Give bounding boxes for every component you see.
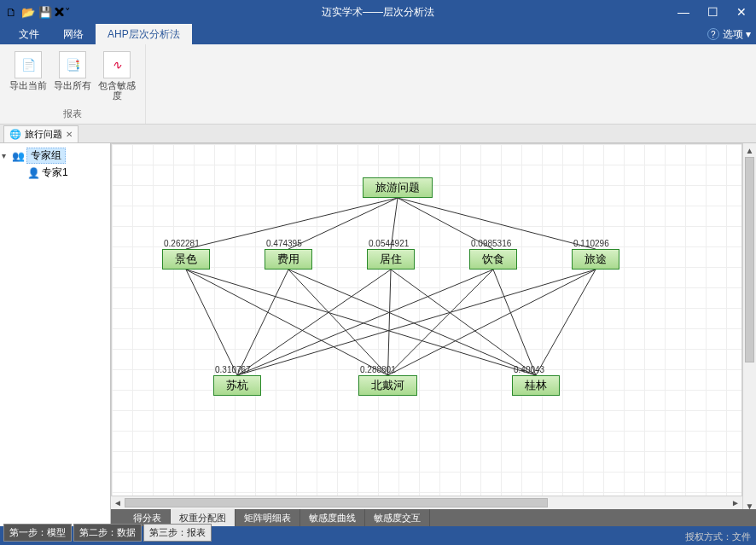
document-tab-travel[interactable]: 🌐 旅行问题 ✕: [3, 125, 79, 142]
expert-tree[interactable]: ▾ 👥 专家组 👤 专家1: [0, 143, 111, 526]
scroll-left-icon[interactable]: ◄: [111, 496, 125, 509]
svg-line-9: [288, 270, 388, 375]
sensitivity-label: 包含敏感度: [96, 80, 138, 101]
scroll-track-h[interactable]: [125, 496, 729, 509]
scroll-up-icon[interactable]: ▲: [743, 143, 756, 157]
scroll-track-v[interactable]: [743, 157, 756, 499]
svg-line-17: [237, 270, 596, 375]
svg-line-7: [186, 270, 536, 375]
svg-line-14: [237, 270, 493, 375]
svg-line-8: [237, 270, 288, 375]
node-criteria-2[interactable]: 居住: [367, 249, 415, 270]
canvas-wrap: 旅游问题 0.262281 景色 0.474395 费用 0.0544921 居…: [111, 143, 756, 526]
svg-line-11: [237, 270, 391, 375]
minimize-button[interactable]: —: [669, 0, 698, 24]
export-current-button[interactable]: 📄 导出当前: [7, 48, 49, 104]
export-all-button[interactable]: 📑 导出所有: [51, 48, 94, 104]
tab-network[interactable]: 网络: [51, 24, 96, 44]
ribbon: 📄 导出当前 📑 导出所有 ∿ 包含敏感度 报表: [0, 44, 756, 125]
canvas-content[interactable]: 旅游问题 0.262281 景色 0.474395 费用 0.0544921 居…: [111, 143, 742, 496]
tree-child-expert1[interactable]: 👤 专家1: [2, 165, 108, 181]
step-tabs: 第一步：模型 第二步：数据 第三步：报表: [3, 524, 212, 542]
weight-criteria-4: 0.110296: [573, 239, 609, 248]
step-1-model[interactable]: 第一步：模型: [3, 524, 72, 542]
step-2-data[interactable]: 第二步：数据: [73, 524, 142, 542]
tab-ahp-method[interactable]: AHP层次分析法: [96, 24, 192, 44]
options-label[interactable]: 选项 ▾: [723, 27, 751, 42]
app-title: 迈实学术——层次分析法: [322, 5, 434, 20]
node-criteria-3[interactable]: 饮食: [469, 249, 517, 270]
tab-matrix[interactable]: 矩阵明细表: [236, 509, 300, 526]
close-window-button[interactable]: ✕: [727, 0, 756, 24]
tab-sensitivity-interactive[interactable]: 敏感度交互: [365, 509, 430, 526]
weight-criteria-2: 0.0544921: [369, 239, 409, 248]
work-area: ▾ 👥 专家组 👤 专家1 旅游问题 0.262281 景色 0.474395 …: [0, 143, 756, 526]
ribbon-tabs: 文件 网络 AHP层次分析法 ? 选项 ▾: [0, 24, 756, 44]
scroll-right-icon[interactable]: ►: [729, 496, 742, 509]
export-all-label: 导出所有: [54, 80, 91, 90]
tree-root-expert-group[interactable]: ▾ 👥 专家组: [2, 147, 108, 165]
ribbon-group-label: 报表: [7, 107, 138, 120]
window-buttons: — ☐ ✕: [669, 0, 756, 24]
scroll-thumb-h[interactable]: [125, 498, 548, 507]
doc-tab-label: 旅行问题: [25, 128, 62, 141]
step-3-report[interactable]: 第三步：报表: [143, 524, 212, 542]
tab-file[interactable]: 文件: [7, 24, 51, 44]
help-icon[interactable]: ?: [707, 28, 719, 40]
vertical-scrollbar[interactable]: ▲ ▼: [742, 143, 756, 513]
include-sensitivity-button[interactable]: ∿ 包含敏感度: [96, 48, 138, 104]
tree-twisty-icon[interactable]: ▾: [2, 151, 10, 160]
svg-line-6: [186, 270, 388, 375]
svg-line-18: [388, 270, 596, 375]
tree-root-label: 专家组: [26, 148, 66, 164]
node-criteria-1[interactable]: 费用: [265, 249, 312, 270]
options-menu[interactable]: ? 选项 ▾: [707, 24, 751, 44]
export-all-icon: 📑: [59, 51, 86, 78]
weight-alt-2: 0.40043: [514, 365, 544, 374]
node-alt-2[interactable]: 桂林: [512, 375, 560, 396]
scroll-thumb-v[interactable]: [745, 157, 754, 362]
svg-line-19: [536, 270, 596, 375]
maximize-button[interactable]: ☐: [698, 0, 727, 24]
doc-tab-close-icon[interactable]: ✕: [66, 130, 73, 139]
node-goal[interactable]: 旅游问题: [363, 177, 433, 198]
sensitivity-icon: ∿: [103, 51, 131, 78]
node-criteria-0[interactable]: 景色: [162, 249, 210, 270]
weight-criteria-0: 0.262281: [164, 239, 200, 248]
weight-criteria-3: 0.0985316: [471, 239, 511, 248]
weight-criteria-1: 0.474395: [266, 239, 302, 248]
svg-line-15: [388, 270, 494, 375]
weight-alt-0: 0.310767: [215, 365, 251, 374]
user-icon: 👤: [27, 167, 40, 179]
svg-line-13: [391, 270, 536, 375]
svg-line-16: [493, 270, 536, 375]
node-criteria-4[interactable]: 旅途: [572, 249, 619, 270]
document-tabs: 🌐 旅行问题 ✕: [0, 125, 756, 143]
save-icon[interactable]: 💾: [38, 4, 53, 20]
open-icon[interactable]: 📂: [20, 4, 36, 20]
title-bar: 🗋 📂 💾 🗙˅ 迈实学术——层次分析法 — ☐ ✕: [0, 0, 756, 24]
node-alt-1[interactable]: 北戴河: [358, 375, 417, 396]
svg-line-5: [186, 270, 237, 375]
doc-tab-icon: 🌐: [9, 129, 21, 140]
node-alt-0[interactable]: 苏杭: [213, 375, 261, 396]
ribbon-group-report: 📄 导出当前 📑 导出所有 ∿ 包含敏感度 报表: [0, 44, 146, 124]
tab-sensitivity-curve[interactable]: 敏感度曲线: [300, 509, 365, 526]
status-bar: 授权方式：文件: [685, 531, 751, 543]
svg-line-10: [288, 270, 536, 375]
new-icon[interactable]: 🗋: [3, 4, 19, 20]
quick-access-toolbar: 🗋 📂 💾 🗙˅: [3, 4, 70, 20]
close-icon[interactable]: 🗙˅: [55, 4, 70, 20]
group-icon: 👥: [12, 150, 25, 162]
export-current-label: 导出当前: [9, 80, 47, 90]
weight-alt-1: 0.288801: [360, 365, 396, 374]
tree-child-label: 专家1: [42, 165, 68, 180]
horizontal-scrollbar[interactable]: ◄ ►: [111, 496, 742, 509]
export-current-icon: 📄: [15, 51, 42, 78]
svg-line-12: [388, 270, 392, 375]
